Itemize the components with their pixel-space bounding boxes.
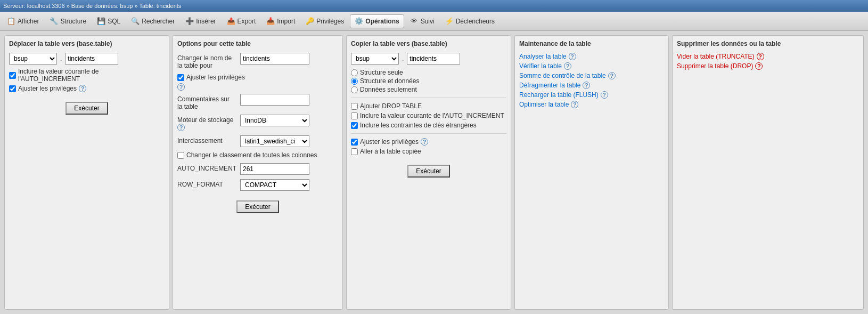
maintenance-optimiser-label: Optimiser la table: [519, 101, 569, 108]
move-privs-row: Ajuster les privilèges ?: [9, 85, 165, 92]
options-changecollation-row: Changer le classement de toutes les colo…: [177, 151, 338, 159]
options-rename-input[interactable]: [240, 53, 309, 65]
options-rowformat-label: ROW_FORMAT: [177, 179, 236, 188]
panel-delete: Supprimer les données ou la table Vider …: [672, 35, 864, 310]
options-collation-select[interactable]: latin1_swedish_ci: [240, 135, 309, 147]
privileges-icon: 🔑: [306, 17, 314, 26]
copy-privs-row: Ajuster les privilèges ?: [351, 138, 506, 146]
import-icon: 📥: [266, 17, 275, 26]
nav-sql[interactable]: 💾 SQL: [92, 14, 125, 28]
maintenance-optimiser-link[interactable]: Optimiser la table ?: [519, 101, 664, 108]
move-execute-button[interactable]: Exécuter: [65, 102, 108, 115]
copy-droptable-label: Ajouter DROP TABLE: [360, 102, 422, 110]
delete-vider-link[interactable]: Vider la table (TRUNCATE) ?: [677, 53, 859, 60]
copy-fk-checkbox[interactable]: [351, 122, 358, 129]
nav-rechercher[interactable]: 🔍 Rechercher: [126, 14, 179, 28]
options-privs-help-icon[interactable]: ?: [177, 83, 185, 91]
copy-goto-checkbox[interactable]: [351, 148, 358, 155]
nav-inserer[interactable]: ➕ Insérer: [181, 14, 220, 28]
copy-db-row: bsup .: [351, 53, 506, 65]
copy-autoincrement-row: Inclure la valeur courante de l'AUTO_INC…: [351, 112, 506, 119]
copy-radio-dataonly-label: Données seulement: [360, 86, 417, 93]
nav-import[interactable]: 📥 Import: [261, 14, 300, 28]
maintenance-verifier-help-icon[interactable]: ?: [564, 62, 571, 70]
panel-maintenance-title: Maintenance de la table: [519, 40, 664, 47]
maintenance-recharger-link[interactable]: Recharger la table (FLUSH) ?: [519, 91, 664, 99]
options-privs-row: Ajuster les privilèges: [177, 74, 338, 81]
sql-icon: 💾: [97, 17, 105, 26]
title-bar: Serveur: localhost:3306 » Base de donnée…: [0, 0, 868, 12]
copy-table-input[interactable]: [407, 53, 460, 65]
copy-radio-group: Structure seule Structure et données Don…: [351, 69, 506, 93]
maintenance-analyser-link[interactable]: Analyser la table ?: [519, 53, 664, 60]
move-privs-help-icon[interactable]: ?: [79, 85, 86, 92]
copy-radio-dataonly-input[interactable]: [351, 86, 358, 93]
copy-database-select[interactable]: bsup: [351, 53, 399, 65]
delete-supprimer-help-icon[interactable]: ?: [755, 62, 763, 70]
panel-options: Options pour cette table Changer le nom …: [173, 35, 343, 310]
copy-privs-help-icon[interactable]: ?: [421, 138, 428, 146]
options-storage-label: Moteur de stockage ?: [177, 115, 236, 131]
move-autoincrement-checkbox[interactable]: [9, 72, 16, 79]
move-privs-checkbox[interactable]: [9, 85, 16, 92]
move-table-input[interactable]: [65, 53, 118, 65]
copy-privs-checkbox[interactable]: [351, 139, 358, 146]
maintenance-defragmenter-help-icon[interactable]: ?: [583, 82, 590, 89]
maintenance-defragmenter-link[interactable]: Défragmenter la table ?: [519, 82, 664, 89]
options-execute-button[interactable]: Exécuter: [236, 200, 279, 213]
options-comments-input[interactable]: [240, 94, 309, 106]
panel-move-title: Déplacer la table vers (base.table): [9, 40, 165, 47]
maintenance-recharger-help-icon[interactable]: ?: [601, 91, 608, 99]
options-changecollation-checkbox[interactable]: [177, 152, 184, 159]
copy-autoincrement-checkbox[interactable]: [351, 112, 358, 119]
maintenance-somme-link[interactable]: Somme de contrôle de la table ?: [519, 72, 664, 79]
copy-radio-structure-input[interactable]: [351, 69, 358, 76]
maintenance-verifier-label: Vérifier la table: [519, 62, 562, 70]
maintenance-verifier-link[interactable]: Vérifier la table ?: [519, 62, 664, 70]
panel-copy-title: Copier la table vers (base.table): [351, 40, 506, 47]
copy-goto-row: Aller à la table copiée: [351, 148, 506, 155]
panel-delete-title: Supprimer les données ou la table: [677, 40, 859, 47]
options-storage-help-icon[interactable]: ?: [177, 124, 185, 131]
nav-afficher[interactable]: 📋 Afficher: [2, 14, 44, 28]
nav-suivi[interactable]: 👁 Suivi: [405, 14, 439, 28]
rechercher-icon: 🔍: [131, 17, 140, 26]
move-execute-row: Exécuter: [9, 98, 165, 115]
copy-droptable-checkbox[interactable]: [351, 103, 358, 110]
delete-supprimer-label: Supprimer la table (DROP): [677, 62, 753, 70]
options-autoincrement-input[interactable]: [240, 163, 309, 175]
options-collation-label: Interclassement: [177, 135, 236, 144]
copy-execute-button[interactable]: Exécuter: [407, 165, 449, 178]
nav-structure[interactable]: 🔧 Structure: [45, 14, 91, 28]
suivi-icon: 👁: [410, 17, 419, 26]
options-storage-row: Moteur de stockage ? InnoDB MyISAM MEMOR…: [177, 115, 338, 131]
nav-privileges[interactable]: 🔑 Privilèges: [301, 14, 349, 28]
options-comments-label: Commentaires sur la table: [177, 94, 236, 110]
copy-radio-structuredata-input[interactable]: [351, 78, 358, 85]
copy-radio-structure-label: Structure seule: [360, 69, 403, 76]
nav-declencheurs[interactable]: ⚡ Déclencheurs: [440, 14, 499, 28]
move-autoincrement-label: Inclure la valeur courante del'AUTO_INCR…: [18, 68, 99, 83]
options-execute-row: Exécuter: [177, 196, 338, 213]
options-privs-checkbox[interactable]: [177, 74, 184, 81]
delete-supprimer-link[interactable]: Supprimer la table (DROP) ?: [677, 62, 859, 70]
copy-fk-label: Inclure les contraintes de clés étrangèr…: [360, 122, 477, 129]
options-rename-label: Changer le nom de la table pour: [177, 53, 236, 69]
move-database-select[interactable]: bsup: [9, 53, 57, 65]
move-autoincrement-row: Inclure la valeur courante del'AUTO_INCR…: [9, 68, 165, 83]
nav-export[interactable]: 📤 Export: [222, 14, 261, 28]
maintenance-somme-help-icon[interactable]: ?: [608, 72, 616, 79]
options-rowformat-select[interactable]: COMPACT DYNAMIC FIXED COMPRESSED REDUNDA…: [240, 179, 309, 191]
nav-operations[interactable]: ⚙️ Opérations: [350, 14, 404, 28]
options-storage-select[interactable]: InnoDB MyISAM MEMORY CSV ARCHIVE: [240, 115, 309, 126]
delete-vider-help-icon[interactable]: ?: [757, 53, 764, 60]
options-collation-row: Interclassement latin1_swedish_ci: [177, 135, 338, 147]
options-autoincrement-label: AUTO_INCREMENT: [177, 163, 236, 172]
main-content: Déplacer la table vers (base.table) bsup…: [0, 31, 868, 314]
maintenance-recharger-label: Recharger la table (FLUSH): [519, 91, 599, 99]
maintenance-optimiser-help-icon[interactable]: ?: [571, 101, 578, 108]
maintenance-analyser-help-icon[interactable]: ?: [569, 53, 576, 60]
title-text: Serveur: localhost:3306 » Base de donnée…: [3, 3, 181, 9]
copy-radio-structuredata-label: Structure et données: [360, 77, 419, 85]
copy-radio-structure-only: Structure seule: [351, 69, 506, 76]
